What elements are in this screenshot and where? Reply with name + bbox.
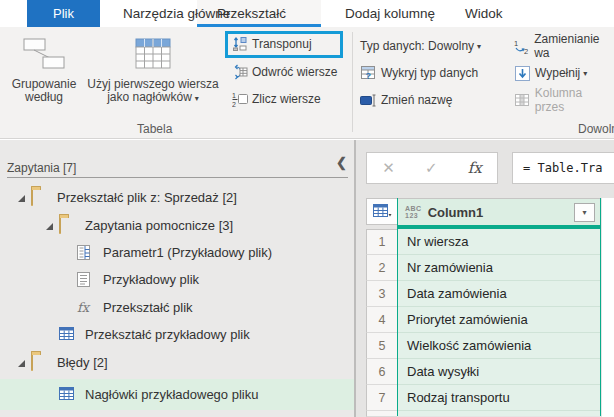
pane-collapse-button[interactable]: ❮ xyxy=(336,155,347,170)
tree-expander-icon[interactable] xyxy=(16,357,31,369)
queries-pane-title: Zapytania [7] xyxy=(7,161,76,175)
rename-icon xyxy=(360,92,377,108)
folder-icon xyxy=(31,190,51,206)
function-fx-icon: fx xyxy=(77,300,97,316)
fill-label: Wypełnij xyxy=(535,66,580,80)
grid-cell[interactable]: Nr zamówienia xyxy=(398,255,600,281)
query-tree-item-folder-sprzedaz[interactable]: Przekształć plik z: Sprzedaż [2] xyxy=(0,184,354,211)
replace-values-icon: 1 2 xyxy=(514,38,530,54)
ribbon-group-separator xyxy=(352,32,353,132)
tab-narzedzia-glowne[interactable]: Narzędzia główne xyxy=(123,0,230,27)
group-by-label-line1: Grupowanie xyxy=(12,77,77,91)
fill-down-icon xyxy=(514,65,531,81)
row-number[interactable]: 6 xyxy=(366,359,397,385)
tab-dodaj-kolumne[interactable]: Dodaj kolumnę xyxy=(345,0,435,27)
row-number[interactable]: 2 xyxy=(366,255,397,281)
detect-type-button[interactable]: ? Wykryj typ danych xyxy=(360,62,478,84)
reverse-rows-button[interactable]: Odwróć wiersze xyxy=(231,61,337,83)
count-rows-button[interactable]: 1 2 Zlicz wiersze xyxy=(231,88,321,110)
grid-cell-partial xyxy=(398,411,600,416)
replace-values-button[interactable]: 1 2 Zamienianie wa xyxy=(514,35,614,57)
query-label: Przekształć plik z: Sprzedaż [2] xyxy=(57,190,237,205)
grid-cell[interactable]: Priorytet zamówienia xyxy=(398,307,600,333)
query-tree-item-przeksztalc-plik[interactable]: fx Przekształć plik xyxy=(0,294,354,321)
query-tree-item-naglowki-selected[interactable]: Nagłówki przykładowego pliku xyxy=(0,379,354,410)
pivot-column-button[interactable]: Kolumna przes xyxy=(514,89,614,111)
use-first-row-button[interactable]: Użyj pierwszego wiersza jako nagłówków▾ xyxy=(84,31,222,131)
tab-widok[interactable]: Widok xyxy=(465,0,503,27)
select-all-button[interactable] xyxy=(366,198,397,225)
editor-content: Zapytania [7] ❮ Przekształć plik z: Sprz… xyxy=(0,140,614,417)
query-label: Błędy [2] xyxy=(57,355,108,370)
data-type-abc123-icon: ABC123 xyxy=(405,205,422,219)
query-label: Nagłówki przykładowego pliku xyxy=(85,387,258,402)
query-tree-item-przeksztalc-przykladowy[interactable]: Przekształć przykładowy plik xyxy=(0,321,354,348)
tree-expander-icon[interactable] xyxy=(44,220,59,232)
file-tab[interactable]: Plik xyxy=(27,0,100,27)
grid-empty-canvas xyxy=(602,198,614,417)
fill-button[interactable]: Wypełnij ▾ xyxy=(514,62,587,84)
pane-divider[interactable] xyxy=(354,140,356,417)
table-headers-icon xyxy=(135,37,171,70)
grid-cell[interactable]: Data zamówienia xyxy=(398,281,600,307)
reverse-rows-icon xyxy=(231,64,248,80)
grid-cell[interactable]: Nr wiersza xyxy=(398,229,600,255)
dropdown-caret-icon: ▾ xyxy=(582,208,586,217)
formula-button-box: ✕ ✓ fx xyxy=(366,152,498,184)
queries-title-underline xyxy=(7,177,348,178)
svg-text:2: 2 xyxy=(524,46,528,54)
count-rows-icon: 1 2 xyxy=(231,91,248,107)
svg-text:1: 1 xyxy=(232,92,236,99)
group-by-button[interactable]: Grupowanie według xyxy=(4,31,84,131)
query-tree-item-parametr1[interactable]: Parametr1 (Przykładowy plik) xyxy=(0,239,354,266)
document-icon xyxy=(77,272,97,288)
row-number[interactable]: 1 xyxy=(366,229,397,255)
dropdown-caret-icon: ▾ xyxy=(195,94,199,103)
formula-input[interactable]: = Table.Tra xyxy=(512,152,614,184)
svg-text:2: 2 xyxy=(232,101,236,108)
count-rows-label: Zlicz wiersze xyxy=(252,92,321,106)
fx-icon[interactable]: fx xyxy=(468,159,482,177)
power-query-editor-window: Plik Narzędzia główne Przekształć Dodaj … xyxy=(0,0,614,417)
grid-cell[interactable]: Rodzaj transportu xyxy=(398,385,600,411)
column-filter-button[interactable]: ▾ xyxy=(574,203,595,222)
transpose-button[interactable]: Transponuj xyxy=(231,33,312,55)
group-label-tabela: Tabela xyxy=(137,122,172,136)
use-first-row-label-line1: Użyj pierwszego wiersza xyxy=(87,77,218,91)
grid-row-gutter: 1 2 3 4 5 6 7 xyxy=(366,198,397,417)
table-corner-icon xyxy=(373,204,392,219)
query-label: Przykładowy plik xyxy=(103,272,199,287)
table-icon xyxy=(59,327,79,343)
ribbon-tab-bar: Plik Narzędzia główne Przekształć Dodaj … xyxy=(0,0,614,27)
selected-column: ABC123 Column1 ▾ Nr wiersza Nr zamówieni… xyxy=(397,198,601,416)
row-number[interactable]: 3 xyxy=(366,281,397,307)
query-tree-item-folder-bledy[interactable]: Błędy [2] xyxy=(0,349,354,376)
tree-expander-icon[interactable] xyxy=(16,192,31,204)
transpose-label: Transponuj xyxy=(252,37,312,51)
query-label: Zapytania pomocnicze [3] xyxy=(85,218,233,233)
query-label: Przekształć przykładowy plik xyxy=(85,327,250,342)
commit-icon[interactable]: ✓ xyxy=(425,159,438,177)
tab-przeksztalc[interactable]: Przekształć xyxy=(217,0,286,27)
group-label-dowolna: Dowolna xyxy=(578,122,614,136)
data-type-button[interactable]: Typ danych: Dowolny ▾ xyxy=(360,35,481,57)
query-label: Parametr1 (Przykładowy plik) xyxy=(103,245,272,260)
row-number[interactable]: 5 xyxy=(366,333,397,359)
dropdown-caret-icon: ▾ xyxy=(477,42,481,51)
column-header-label: Column1 xyxy=(428,205,574,220)
column-header-column1[interactable]: ABC123 Column1 ▾ xyxy=(398,198,600,225)
queries-pane: Zapytania [7] ❮ Przekształć plik z: Sprz… xyxy=(0,140,354,417)
cancel-icon[interactable]: ✕ xyxy=(382,159,395,177)
chevron-left-icon: ❮ xyxy=(336,155,347,170)
query-tree-item-przykladowy-plik[interactable]: Przykładowy plik xyxy=(0,266,354,293)
query-tree-item-folder-pomocnicze[interactable]: Zapytania pomocnicze [3] xyxy=(0,212,354,239)
query-label: Przekształć plik xyxy=(103,300,193,315)
grid-cell[interactable]: Wielkość zamówienia xyxy=(398,333,600,359)
pivot-column-label: Kolumna przes xyxy=(535,86,614,114)
row-number[interactable]: 7 xyxy=(366,385,397,411)
row-number[interactable]: 4 xyxy=(366,307,397,333)
pivot-column-icon xyxy=(514,92,531,108)
rename-button[interactable]: Zmień nazwę xyxy=(360,89,452,111)
grid-cell[interactable]: Data wysyłki xyxy=(398,359,600,385)
table-icon xyxy=(59,387,79,403)
